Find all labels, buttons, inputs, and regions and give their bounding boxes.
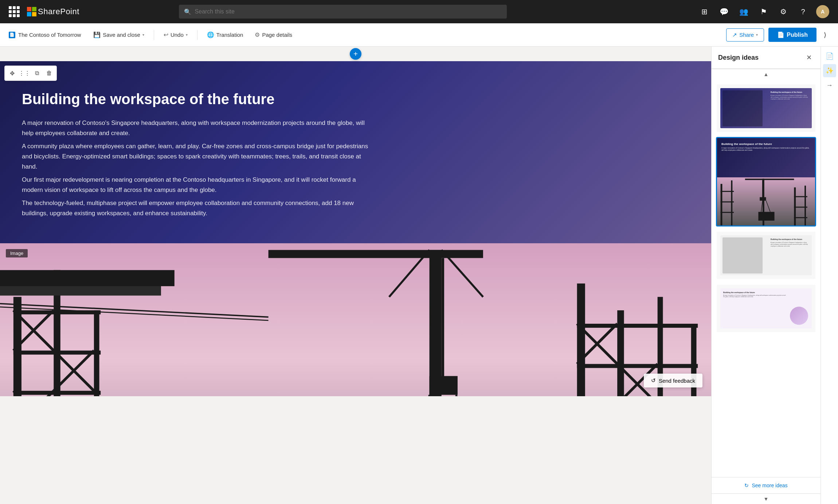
toolbar-divider-1 (154, 30, 154, 40)
toolbar-divider-2 (197, 30, 197, 40)
people-icon[interactable]: 👥 (737, 5, 751, 18)
info-icon: ⚙ (255, 31, 260, 38)
crane-svg (0, 243, 711, 396)
search-icon: 🔍 (184, 8, 191, 15)
design-panel-title: Design ideas (718, 54, 759, 62)
avatar[interactable]: A (816, 5, 829, 18)
share-dropdown-arrow[interactable]: ▾ (756, 33, 758, 37)
save-close-button[interactable]: 💾 Save and close ▾ (88, 28, 149, 41)
chat-icon[interactable]: 💬 (718, 5, 731, 18)
delete-block-button[interactable]: 🗑 (43, 67, 55, 79)
svg-rect-26 (577, 284, 585, 397)
add-section-top: + (0, 47, 711, 61)
page-title: The Contoso of Tomorrow (18, 32, 81, 38)
design-idea-2[interactable]: Building the workspace of the future A m… (716, 137, 816, 227)
svg-rect-16 (0, 270, 175, 286)
save-dropdown-arrow[interactable]: ▾ (142, 33, 144, 37)
hero-para-3: Our first major redevelopment is nearing… (22, 175, 372, 195)
svg-rect-62 (794, 188, 796, 225)
feedback-icon: ↺ (651, 377, 656, 384)
microsoft-logo[interactable]: SharePoint (27, 7, 79, 16)
design-ideas-panel: Design ideas ✕ ▲ Building the workspace … (711, 47, 821, 504)
block-settings-button[interactable]: ⋮⋮ (19, 67, 30, 79)
save-icon: 💾 (93, 31, 101, 38)
add-section-button[interactable]: + (350, 48, 361, 60)
settings-icon[interactable]: ⚙ (777, 5, 790, 18)
editor-toolbar: 📄 The Contoso of Tomorrow 💾 Save and clo… (0, 23, 838, 47)
page-side-button[interactable]: 📄 (823, 50, 836, 63)
design-panel-close-button[interactable]: ✕ (804, 52, 814, 63)
waffle-menu[interactable] (9, 6, 20, 17)
block-toolbar: ✥ ⋮⋮ ⧉ 🗑 (4, 66, 57, 81)
hero-para-2: A community plaza where employees can ga… (22, 141, 372, 172)
expand-side-button[interactable]: → (823, 79, 836, 92)
idea-img-3 (723, 237, 763, 273)
idea-preview-3: Building the workspace of the future A m… (720, 235, 812, 275)
page-details-button[interactable]: ⚙ Page details (250, 28, 297, 41)
main-area: + ✥ ⋮⋮ ⧉ 🗑 Building the workspace of the… (0, 47, 838, 504)
undo-icon: ↩ (164, 31, 168, 38)
hero-body[interactable]: A major renovation of Contoso's Singapor… (22, 118, 372, 218)
design-idea-4[interactable]: Building the workspace of the future A m… (716, 284, 816, 333)
search-input[interactable] (179, 5, 507, 19)
construction-image (0, 243, 711, 396)
translation-button[interactable]: 🌐 Translation (202, 28, 248, 41)
idea-preview-1: Building the workspace of the future A m… (720, 88, 812, 128)
duplicate-block-button[interactable]: ⧉ (31, 67, 43, 79)
move-block-button[interactable]: ✥ (6, 67, 18, 79)
idea-preview-4: Building the workspace of the future A m… (720, 288, 812, 328)
top-navigation: SharePoint 🔍 ⊞ 💬 👥 ⚑ ⚙ ? A (0, 0, 838, 23)
side-icon-panel: 📄 ✨ → (821, 47, 838, 504)
svg-rect-6 (13, 391, 101, 395)
design-idea-3[interactable]: Building the workspace of the future A m… (716, 231, 816, 280)
idea-large-text: Building the workspace of the future A m… (721, 142, 811, 152)
page-brand: 📄 The Contoso of Tomorrow (9, 32, 81, 38)
svg-rect-64 (794, 196, 807, 197)
design-ideas-list[interactable]: Building the workspace of the future A m… (712, 79, 821, 477)
design-panel-header: Design ideas ✕ (712, 47, 821, 69)
nav-icon-group: ⊞ 💬 👥 ⚑ ⚙ ? A (698, 5, 829, 18)
hero-title[interactable]: Building the workspace of the future (22, 90, 689, 108)
svg-rect-0 (0, 243, 711, 396)
search-container: 🔍 (179, 5, 507, 19)
idea-large-preview: Building the workspace of the future A m… (717, 138, 815, 225)
svg-rect-51 (745, 179, 794, 180)
share-icon: ↗ (732, 32, 737, 38)
app-name: SharePoint (38, 7, 79, 16)
design-idea-1[interactable]: Building the workspace of the future A m… (716, 84, 816, 133)
page-icon: 📄 (9, 32, 15, 38)
editor-area[interactable]: + ✥ ⋮⋮ ⧉ 🗑 Building the workspace of the… (0, 47, 711, 504)
publish-icon: 📄 (777, 31, 784, 38)
see-more-ideas-button[interactable]: ↻ See more ideas (712, 477, 821, 493)
image-section: Image (0, 243, 711, 396)
svg-rect-27 (617, 311, 624, 397)
publish-button[interactable]: 📄 Publish (768, 28, 817, 42)
toolbar-right: ↗ Share ▾ 📄 Publish ⟩ (726, 28, 829, 42)
svg-rect-53 (760, 197, 766, 201)
scroll-down-arrow[interactable]: ▼ (712, 493, 821, 504)
idea-text-3: Building the workspace of the future A m… (771, 238, 808, 247)
translation-icon: 🌐 (207, 31, 214, 38)
content-block: ✥ ⋮⋮ ⧉ 🗑 Building the workspace of the f… (0, 61, 711, 396)
svg-rect-63 (804, 186, 806, 225)
scroll-up-arrow[interactable]: ▲ (712, 69, 821, 79)
collapse-button[interactable]: ⟩ (821, 28, 829, 42)
refresh-icon: ↻ (744, 483, 749, 488)
send-feedback-button[interactable]: ↺ Send feedback (644, 374, 702, 387)
svg-rect-66 (794, 217, 807, 218)
undo-dropdown-arrow[interactable]: ▾ (186, 33, 188, 37)
svg-rect-58 (731, 180, 732, 225)
flag-icon[interactable]: ⚑ (757, 5, 770, 18)
share-button[interactable]: ↗ Share ▾ (726, 28, 764, 42)
svg-rect-30 (577, 324, 698, 328)
svg-rect-65 (794, 206, 807, 208)
undo-button[interactable]: ↩ Undo ▾ (158, 28, 193, 41)
design-ideas-side-button[interactable]: ✨ (823, 64, 836, 77)
image-label-badge: Image (6, 249, 28, 257)
apps-icon[interactable]: ⊞ (698, 5, 711, 18)
idea-text-1: Building the workspace of the future A m… (771, 91, 808, 100)
idea-large-image (717, 177, 815, 225)
hero-para-4: The technology-fueled, multiphase projec… (22, 198, 372, 218)
help-icon[interactable]: ? (796, 5, 810, 18)
hero-para-1: A major renovation of Contoso's Singapor… (22, 118, 372, 138)
